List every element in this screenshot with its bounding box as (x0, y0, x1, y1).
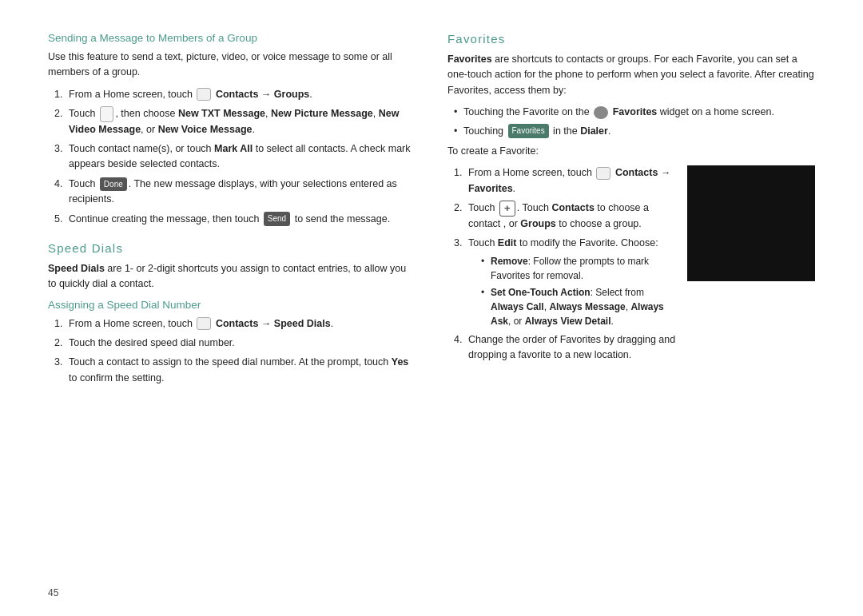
remove-text: Remove: Follow the prompts to mark Favor… (491, 256, 649, 281)
remove-bold: Remove (491, 256, 528, 267)
favorites-bold-intro: Favorites (447, 54, 492, 65)
page: Sending a Message to Members of a Group … (0, 0, 863, 616)
subbullet-remove: Remove: Follow the prompts to mark Favor… (481, 254, 679, 283)
step-5-text: Continue creating the message, then touc… (69, 213, 390, 225)
blank-btn (100, 106, 114, 122)
always-message-bold: Always Message (549, 301, 625, 312)
device-screenshot (687, 165, 815, 281)
always-call-bold: Always Call (491, 301, 544, 312)
create-favorite-label: To create a Favorite: (447, 144, 815, 159)
step-1-text: From a Home screen, touch Contacts → Gro… (69, 89, 312, 100)
section-heading-assigning: Assigning a Speed Dial Number (48, 299, 416, 311)
bullet-touching-favorite: Touching the Favorite on the Favorites w… (454, 105, 815, 120)
steps-speed-dial: From a Home screen, touch Contacts → Spe… (48, 316, 416, 387)
one-touch-bold: Set One-Touch Action (491, 287, 591, 298)
contacts-favorites-bold: Contacts → Favorites (468, 167, 670, 193)
intro-text-sending: Use this feature to send a text, picture… (48, 50, 416, 81)
step-3-fav-text: Touch Edit to modify the Favorite. Choos… (468, 237, 658, 248)
edit-bold: Edit (498, 237, 517, 248)
speed-dials-description: Speed Dials are 1- or 2-digit shortcuts … (48, 261, 416, 292)
step-2-favorites: Touch +. Touch Contacts to choose a cont… (465, 201, 679, 232)
step-4-fav-text: Change the order of Favorites by draggin… (468, 334, 675, 360)
contacts-icon-fav (596, 167, 610, 180)
dialer-bold: Dialer (580, 125, 608, 137)
section-speed-dials: Speed Dials Speed Dials are 1- or 2-digi… (48, 241, 416, 386)
contacts-icon (197, 88, 211, 101)
step-3-text: Touch contact name(s), or touch Mark All… (69, 143, 411, 169)
steps-sending: From a Home screen, touch Contacts → Gro… (48, 87, 416, 227)
step-2-speed-dial: Touch the desired speed dial number. (66, 336, 416, 351)
two-column-layout: Sending a Message to Members of a Group … (48, 32, 815, 592)
one-touch-text: Set One-Touch Action: Select from Always… (491, 287, 664, 327)
right-column: Favorites Favorites are shortcuts to con… (447, 32, 815, 592)
section-favorites: Favorites Favorites are shortcuts to con… (447, 32, 815, 368)
plus-icon: + (499, 201, 515, 217)
step-3-sd-text: Touch a contact to assign to the speed d… (69, 356, 408, 383)
step-2-text: Touch , then choose New TXT Message, New… (69, 108, 399, 134)
section-heading-sending: Sending a Message to Members of a Group (48, 32, 416, 44)
subbullet-one-touch: Set One-Touch Action: Select from Always… (481, 285, 679, 328)
send-btn: Send (264, 212, 290, 226)
new-voice-bold: New Voice Message (158, 124, 253, 135)
new-txt-bold: New TXT Message (178, 108, 265, 119)
section-title-favorites: Favorites (447, 32, 815, 46)
bullet-2-text: Touching Favorites in the Dialer. (463, 125, 610, 137)
step-4-favorites: Change the order of Favorites by draggin… (465, 332, 679, 364)
favorites-intro: Favorites are shortcuts to contacts or g… (447, 52, 815, 98)
step-4-sending: Touch Done. The new message displays, wi… (66, 177, 416, 208)
step-4-text: Touch Done. The new message displays, wi… (69, 178, 397, 205)
step-2-sd-text: Touch the desired speed dial number. (69, 337, 235, 348)
section-title-speed-dials: Speed Dials (48, 241, 416, 255)
step-2-sending: Touch , then choose New TXT Message, New… (66, 106, 416, 137)
contacts-bold-fav: Contacts (551, 202, 594, 213)
bullet-1-text: Touching the Favorite on the Favorites w… (463, 106, 774, 117)
mark-all-bold: Mark All (214, 143, 253, 154)
edit-subbullets: Remove: Follow the prompts to mark Favor… (468, 254, 679, 328)
step-1-favorites: From a Home screen, touch Contacts → Fav… (465, 165, 679, 197)
contacts-speeddials-bold: Contacts → Speed Dials (216, 318, 331, 329)
step-3-sending: Touch contact name(s), or touch Mark All… (66, 141, 416, 173)
groups-bold-fav: Groups (520, 218, 555, 229)
section-sending-message: Sending a Message to Members of a Group … (48, 32, 416, 227)
step-1-speed-dial: From a Home screen, touch Contacts → Spe… (66, 316, 416, 332)
step-3-favorites: Touch Edit to modify the Favorite. Choos… (465, 236, 679, 328)
steps-favorites: From a Home screen, touch Contacts → Fav… (447, 165, 679, 367)
done-btn: Done (100, 177, 127, 192)
bullet-touching-dialer: Touching Favorites in the Dialer. (454, 124, 815, 139)
step-5-sending: Continue creating the message, then touc… (66, 212, 416, 227)
yes-bold: Yes (392, 356, 409, 368)
favorites-dialer-btn: Favorites (508, 124, 549, 138)
always-view-bold: Always View Detail (525, 316, 611, 327)
page-number: 45 (48, 587, 58, 598)
step-2-fav-text: Touch +. Touch Contacts to choose a cont… (468, 202, 649, 229)
step-1-bold: Contacts → Groups (216, 89, 309, 100)
step-1-sending: From a Home screen, touch Contacts → Gro… (66, 87, 416, 102)
left-column: Sending a Message to Members of a Group … (48, 32, 416, 592)
step-1-sd-text: From a Home screen, touch Contacts → Spe… (69, 318, 333, 329)
speed-dials-bold: Speed Dials (48, 263, 105, 274)
favorites-widget-icon (594, 106, 608, 119)
favorites-access-list: Touching the Favorite on the Favorites w… (447, 105, 815, 139)
favorites-steps-area: From a Home screen, touch Contacts → Fav… (447, 165, 815, 367)
step-1-fav-text: From a Home screen, touch Contacts → Fav… (468, 167, 670, 193)
step-3-speed-dial: Touch a contact to assign to the speed d… (66, 355, 416, 386)
new-picture-bold: New Picture Message (271, 108, 373, 119)
contacts-icon-sd (197, 317, 211, 330)
favorites-widget-bold: Favorites (613, 106, 658, 117)
